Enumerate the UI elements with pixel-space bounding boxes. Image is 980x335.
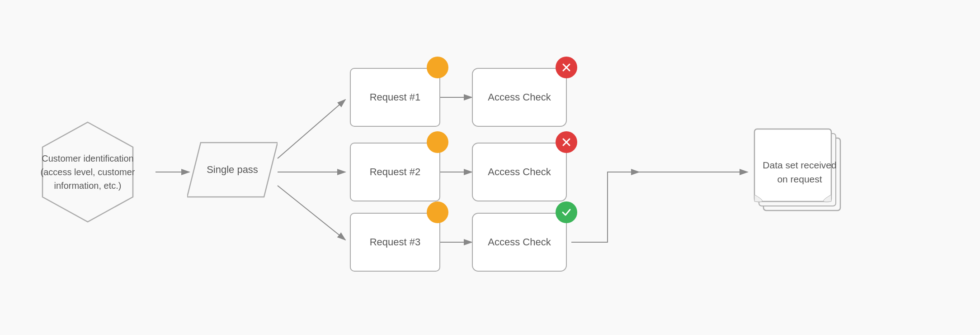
access-check-3-label: Access Check — [488, 236, 551, 248]
request-1-badge — [427, 57, 448, 78]
access-check-1-box: Access Check — [472, 68, 567, 127]
access-check-1-status — [556, 57, 577, 78]
dataset-label: Data set received on request — [752, 153, 847, 191]
diagram: Customer identification (access level, c… — [15, 9, 965, 326]
access-check-3-box: Access Check — [472, 213, 567, 272]
customer-label: Customer identification (access level, c… — [33, 147, 142, 197]
single-pass-label: Single pass — [207, 164, 258, 176]
request-3-box: Request #3 — [350, 213, 440, 272]
request-2-box: Request #2 — [350, 143, 440, 201]
access-check-3-status — [556, 201, 577, 223]
request-3-label: Request #3 — [370, 236, 421, 248]
access-check-2-box: Access Check — [472, 143, 567, 201]
request-1-label: Request #1 — [370, 91, 421, 103]
access-check-1-label: Access Check — [488, 91, 551, 103]
request-1-box: Request #1 — [350, 68, 440, 127]
customer-node: Customer identification (access level, c… — [29, 118, 146, 226]
request-2-badge — [427, 131, 448, 153]
request-3-badge — [427, 201, 448, 223]
svg-line-1 — [278, 100, 345, 158]
access-check-2-status — [556, 131, 577, 153]
svg-line-3 — [278, 186, 345, 240]
request-2-label: Request #2 — [370, 166, 421, 178]
dataset-node: Data set received on request — [752, 124, 847, 220]
single-pass-node: Single pass — [187, 138, 278, 201]
access-check-2-label: Access Check — [488, 166, 551, 178]
